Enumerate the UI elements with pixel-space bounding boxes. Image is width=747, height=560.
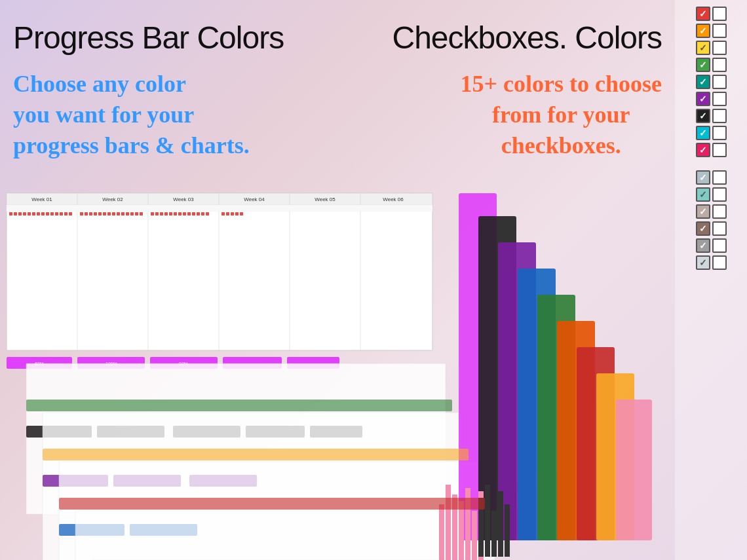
svg-rect-107 bbox=[43, 449, 469, 460]
subtitle-right: 15+ colors to choose from for your check… bbox=[461, 69, 662, 160]
svg-rect-42 bbox=[151, 212, 154, 215]
svg-rect-14 bbox=[9, 212, 12, 215]
checkbox-green[interactable]: ✓ bbox=[681, 58, 740, 72]
svg-rect-23 bbox=[50, 212, 54, 215]
checkbox-silver[interactable]: ✓ bbox=[681, 255, 740, 270]
checkbox-checked-pink: ✓ bbox=[696, 143, 710, 157]
svg-rect-50 bbox=[187, 212, 191, 215]
svg-rect-57 bbox=[231, 212, 234, 215]
svg-rect-108 bbox=[59, 498, 485, 510]
checkbox-empty-red bbox=[712, 7, 727, 21]
svg-rect-40 bbox=[135, 212, 138, 215]
checkbox-gray2[interactable]: ✓ bbox=[681, 238, 740, 253]
svg-rect-43 bbox=[155, 212, 159, 215]
checkbox-checked-gray2: ✓ bbox=[696, 238, 710, 253]
checkbox-empty-yellow bbox=[712, 41, 727, 55]
checkbox-empty-pink bbox=[712, 143, 727, 157]
svg-rect-16 bbox=[18, 212, 22, 215]
checkbox-empty-lgray bbox=[712, 170, 727, 185]
svg-text:Week 02: Week 02 bbox=[102, 196, 123, 202]
checkbox-brown[interactable]: ✓ bbox=[681, 221, 740, 236]
checkbox-teal[interactable]: ✓ bbox=[681, 75, 740, 89]
checkbox-black[interactable]: ✓ bbox=[681, 109, 740, 123]
checkbox-empty-gray2 bbox=[712, 238, 727, 253]
checkbox-lgray[interactable]: ✓ bbox=[681, 170, 740, 185]
svg-rect-81 bbox=[75, 511, 495, 560]
svg-rect-31 bbox=[94, 212, 97, 215]
svg-rect-48 bbox=[178, 212, 182, 215]
svg-rect-99 bbox=[472, 511, 477, 560]
svg-rect-22 bbox=[46, 212, 49, 215]
checkbox-empty-purple bbox=[712, 92, 727, 106]
checkbox-panel: ✓ ✓ ✓ ✓ ✓ ✓ ✓ bbox=[675, 0, 747, 560]
svg-rect-17 bbox=[23, 212, 26, 215]
checkbox-empty-cyan bbox=[712, 126, 727, 140]
svg-rect-55 bbox=[221, 212, 225, 215]
svg-rect-94 bbox=[439, 504, 444, 560]
checkbox-empty-green bbox=[712, 58, 727, 72]
svg-rect-47 bbox=[174, 212, 177, 215]
title-section: Progress Bar Colors Checkboxes. Colors bbox=[0, 0, 747, 62]
checkbox-empty-orange bbox=[712, 24, 727, 38]
svg-rect-105 bbox=[505, 504, 510, 557]
svg-text:Week 06: Week 06 bbox=[383, 196, 404, 202]
svg-rect-33 bbox=[103, 212, 106, 215]
checkbox-checked-lgray: ✓ bbox=[696, 170, 710, 185]
svg-rect-37 bbox=[121, 212, 125, 215]
svg-rect-53 bbox=[201, 212, 204, 215]
svg-rect-52 bbox=[197, 212, 200, 215]
svg-rect-46 bbox=[169, 212, 172, 215]
checkbox-yellow[interactable]: ✓ bbox=[681, 41, 740, 55]
svg-text:Week 03: Week 03 bbox=[173, 196, 194, 202]
svg-rect-38 bbox=[126, 212, 129, 215]
svg-rect-95 bbox=[446, 485, 451, 560]
checkbox-red[interactable]: ✓ bbox=[681, 7, 740, 21]
svg-rect-93 bbox=[616, 400, 652, 540]
checkbox-empty-black bbox=[712, 109, 727, 123]
svg-rect-24 bbox=[55, 212, 58, 215]
checkbox-empty-teal bbox=[712, 75, 727, 89]
svg-rect-0 bbox=[7, 193, 432, 350]
checkbox-checked-brown: ✓ bbox=[696, 221, 710, 236]
svg-text:Week 01: Week 01 bbox=[31, 196, 52, 202]
svg-rect-41 bbox=[140, 212, 143, 215]
checkbox-empty-silver bbox=[712, 255, 727, 270]
svg-rect-28 bbox=[80, 212, 83, 215]
svg-rect-58 bbox=[235, 212, 239, 215]
subtitle-left: Choose any color you want for your progr… bbox=[13, 69, 250, 160]
svg-rect-27 bbox=[69, 212, 72, 215]
checkbox-checked-green: ✓ bbox=[696, 58, 710, 72]
checkbox-tan[interactable]: ✓ bbox=[681, 204, 740, 219]
svg-rect-36 bbox=[117, 212, 120, 215]
checkbox-cyan[interactable]: ✓ bbox=[681, 126, 740, 140]
svg-rect-59 bbox=[240, 212, 243, 215]
svg-rect-18 bbox=[28, 212, 31, 215]
svg-rect-32 bbox=[98, 212, 102, 215]
svg-rect-15 bbox=[14, 212, 17, 215]
checkbox-orange[interactable]: ✓ bbox=[681, 24, 740, 38]
checkbox-checked-purple: ✓ bbox=[696, 92, 710, 106]
svg-rect-13 bbox=[7, 205, 432, 212]
checkbox-checked-yellow: ✓ bbox=[696, 41, 710, 55]
svg-rect-19 bbox=[32, 212, 35, 215]
checkbox-empty-brown bbox=[712, 221, 727, 236]
svg-rect-103 bbox=[491, 511, 497, 557]
checkbox-lteal[interactable]: ✓ bbox=[681, 187, 740, 202]
checkbox-checked-red: ✓ bbox=[696, 7, 710, 21]
svg-rect-104 bbox=[498, 491, 503, 557]
svg-rect-56 bbox=[226, 212, 229, 215]
svg-rect-97 bbox=[459, 501, 464, 560]
checkbox-checked-cyan: ✓ bbox=[696, 126, 710, 140]
svg-rect-20 bbox=[37, 212, 40, 215]
svg-rect-49 bbox=[183, 212, 186, 215]
svg-rect-1 bbox=[7, 193, 432, 205]
checkbox-checked-silver: ✓ bbox=[696, 255, 710, 270]
checkbox-pink[interactable]: ✓ bbox=[681, 143, 740, 157]
main-visual: Week 01 Week 02 Week 03 Week 04 Week 05 … bbox=[0, 190, 675, 560]
checkbox-purple[interactable]: ✓ bbox=[681, 92, 740, 106]
svg-text:Week 04: Week 04 bbox=[244, 196, 265, 202]
svg-rect-25 bbox=[60, 212, 63, 215]
svg-rect-35 bbox=[112, 212, 115, 215]
svg-rect-106 bbox=[26, 400, 452, 411]
svg-rect-26 bbox=[64, 212, 67, 215]
